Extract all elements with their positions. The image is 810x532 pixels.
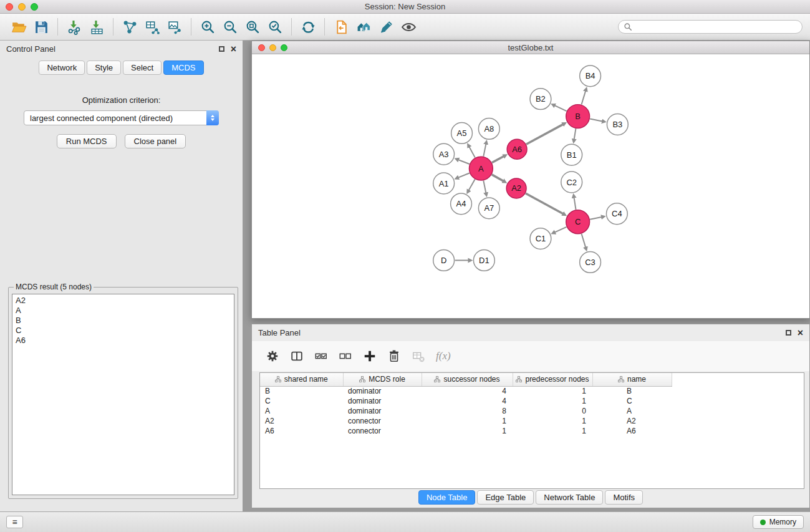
graph-node-label: B2 (536, 94, 546, 104)
result-list-item[interactable]: A6 (16, 336, 231, 346)
style-button[interactable] (375, 16, 397, 38)
graph-edge-B-B1[interactable] (574, 128, 576, 140)
function-builder-button[interactable]: f(x) (436, 350, 451, 362)
column-header-predecessor-nodes[interactable]: predecessor nodes (513, 373, 592, 386)
zoom-out-button[interactable] (219, 16, 241, 38)
search-icon (624, 22, 632, 31)
export-image-button[interactable] (163, 16, 186, 38)
trash-icon (387, 349, 401, 363)
result-list-item[interactable]: B (16, 316, 231, 326)
graph-edge-C-C4[interactable] (590, 217, 602, 220)
graph-edge-A-A7[interactable] (483, 181, 486, 194)
zoom-in-button[interactable] (196, 16, 219, 38)
home-icon (356, 19, 372, 35)
tab-network[interactable]: Network (39, 60, 85, 75)
graph-edge-A-A6[interactable] (492, 156, 504, 163)
tab-node-table[interactable]: Node Table (418, 490, 476, 505)
tab-mcds[interactable]: MCDS (163, 60, 203, 75)
tab-select[interactable]: Select (123, 60, 162, 75)
result-list-item[interactable]: C (16, 326, 231, 336)
graph-edge-B-B4[interactable] (582, 90, 586, 105)
search-field[interactable] (618, 20, 803, 34)
home-button[interactable] (352, 16, 375, 38)
criterion-select[interactable]: largest connected component (directed) (24, 110, 219, 125)
show-hide-button[interactable] (397, 16, 420, 38)
graph-edge-C-C1[interactable] (554, 227, 567, 233)
select-all-columns-button[interactable] (314, 349, 328, 363)
memory-label: Memory (769, 518, 796, 526)
save-session-button[interactable] (30, 16, 52, 38)
document-icon (334, 19, 349, 35)
graph-edge-C-C3[interactable] (582, 234, 586, 248)
memory-button[interactable]: Memory (753, 515, 804, 529)
open-folder-icon (11, 19, 27, 35)
import-network-icon (67, 19, 82, 35)
tab-style[interactable]: Style (87, 60, 121, 75)
graph-edge-A-A1[interactable] (458, 173, 470, 178)
graph-edge-B-B3[interactable] (590, 119, 603, 122)
zoom-traffic-light[interactable] (281, 44, 287, 51)
close-traffic-light[interactable] (6, 3, 13, 11)
delete-column-button[interactable] (387, 349, 401, 363)
graph-edge-A-A3[interactable] (458, 160, 470, 164)
graph-edge-A-A5[interactable] (469, 146, 475, 157)
table-toolbar: f(x) (252, 341, 809, 371)
tab-motifs[interactable]: Motifs (605, 490, 643, 505)
result-list-item[interactable]: A (16, 306, 231, 316)
zoom-selected-button[interactable] (264, 16, 286, 38)
column-header-mcds-role[interactable]: MCDS role (343, 373, 422, 386)
create-column-button[interactable] (363, 349, 377, 363)
minimize-traffic-light[interactable] (18, 3, 26, 11)
close-traffic-light[interactable] (258, 44, 265, 51)
column-header-shared-name[interactable]: shared name (260, 373, 343, 386)
zoom-traffic-light[interactable] (31, 3, 38, 11)
graph-edge-A-A4[interactable] (468, 179, 475, 191)
zoom-fit-button[interactable] (241, 16, 264, 38)
graph-edge-B-B2[interactable] (554, 105, 567, 111)
graph-edge-C-C2[interactable] (574, 197, 576, 210)
table-settings-button[interactable] (266, 349, 279, 363)
minimize-traffic-light[interactable] (269, 44, 276, 51)
column-header-name[interactable]: name (592, 373, 672, 386)
graph-edge-A2-C[interactable] (526, 193, 564, 214)
column-header-successor-nodes[interactable]: successor nodes (422, 373, 513, 386)
refresh-icon (301, 19, 316, 35)
show-columns-button[interactable] (290, 349, 304, 363)
search-input[interactable] (635, 22, 797, 31)
table-row[interactable]: A dominator 8 0 A (260, 406, 672, 416)
tab-edge-table[interactable]: Edge Table (477, 490, 534, 505)
open-session-button[interactable] (7, 16, 30, 38)
table-row[interactable]: B dominator 4 1 B (260, 386, 672, 396)
table-row[interactable]: C dominator 4 1 C (260, 396, 672, 406)
close-panel-icon[interactable]: × (798, 328, 803, 338)
apply-layout-button[interactable] (297, 16, 319, 38)
result-list-item[interactable]: A2 (16, 296, 231, 306)
graph-edge-A6-B[interactable] (526, 124, 564, 144)
network-window-titlebar[interactable]: testGlobe.txt (252, 41, 809, 54)
mcds-result-list[interactable]: A2 A B C A6 (12, 294, 234, 495)
import-table-button[interactable] (85, 16, 108, 38)
task-history-button[interactable]: ≡ (6, 516, 23, 528)
deselect-all-columns-button[interactable] (339, 349, 352, 363)
import-file-button[interactable] (330, 16, 352, 38)
graph-node-label: B (575, 112, 581, 121)
toolbar-separator (191, 18, 191, 36)
new-network-button[interactable] (118, 16, 141, 38)
graph-node-label: C (575, 217, 581, 226)
tab-network-table[interactable]: Network Table (536, 490, 603, 505)
table-row[interactable]: A2 connector 1 1 A2 (260, 416, 672, 426)
graph-node-label: B1 (567, 150, 577, 160)
import-network-button[interactable] (63, 16, 85, 38)
table-row[interactable]: A6 connector 1 1 A6 (260, 426, 672, 436)
float-panel-icon[interactable] (219, 46, 224, 52)
close-panel-button[interactable]: Close panel (125, 134, 186, 148)
network-from-table-button[interactable] (141, 16, 163, 38)
window-title: Session: New Session (365, 2, 445, 11)
float-panel-icon[interactable] (786, 330, 791, 336)
network-canvas[interactable]: ABCA6A2A1A3A4A5A7A8B1B2B3B4C1C2C3C4DD1 (253, 55, 809, 317)
close-panel-icon[interactable]: × (231, 44, 236, 54)
graph-edge-A-A2[interactable] (492, 175, 504, 181)
graph-edge-A-A8[interactable] (483, 143, 486, 157)
run-mcds-button[interactable]: Run MCDS (57, 134, 117, 148)
delete-table-button[interactable] (412, 349, 425, 363)
